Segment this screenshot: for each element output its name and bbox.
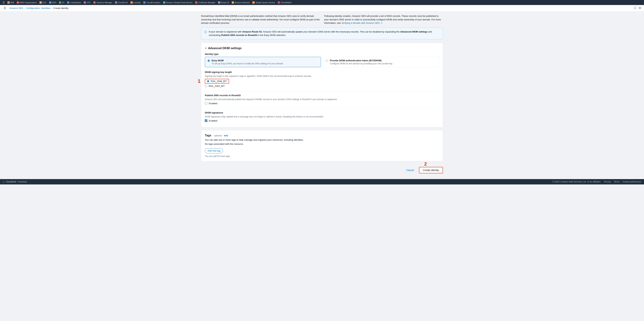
nav-item-route53[interactable]: 53 Route 53 [217, 1, 230, 4]
lambda-icon: λ [130, 1, 133, 4]
dkim-desc-left: DomainKeys Identified Mail (DKIM) is an … [201, 14, 320, 25]
info-icon: ⓘ [204, 30, 207, 34]
nav-item-vpc[interactable]: V VPC [82, 1, 92, 4]
s3-icon: S [59, 1, 61, 4]
tags-description: You can add one or more tags to help man… [205, 138, 439, 141]
dkim-signatures-desc: DKIM signatures help validate that a mes… [205, 115, 439, 118]
cloudfront-icon: C [115, 1, 117, 4]
easy-dkim-content: Easy DKIM To set up Easy DKIM, you have … [212, 59, 284, 65]
dkim-signatures-checkbox[interactable] [205, 119, 207, 122]
route53-icon: 53 [218, 1, 220, 4]
optional-badge: - optional [213, 134, 222, 137]
footer-right: © 2024, Amazon Web Services, Inc. or its… [552, 181, 641, 183]
sqs-icon: S [252, 1, 255, 4]
nav-item-s3[interactable]: S S3 [58, 1, 66, 4]
footer: □ CloudShell Feedback © 2024, Amazon Web… [0, 179, 644, 184]
nav-item-ec2[interactable]: E EC2 [38, 1, 48, 4]
privacy-link[interactable]: Privacy [604, 181, 611, 183]
organizations-icon: O [17, 1, 19, 4]
collapse-arrow-icon[interactable]: ▼ [205, 47, 207, 49]
rsa1024-label: RSA_1024_BIT [208, 85, 225, 87]
hamburger-button[interactable]: ☰ [3, 6, 7, 10]
dkim-signatures-checkbox-row: Enabled [205, 119, 439, 122]
annotation-2: 2 [424, 161, 427, 167]
cert-manager-icon: C [195, 1, 198, 4]
dkim-signatures-label: DKIM signatures [205, 111, 439, 114]
nav-item-certificate-manager[interactable]: C Certificate Manager [194, 1, 216, 4]
easy-dkim-desc: To set up Easy DKIM, you have to modify … [212, 62, 284, 65]
rsa2048-row-wrapper: 1 RSA_2048_BIT [205, 79, 439, 84]
systems-manager-icon: S [93, 1, 96, 4]
info-banner: ⓘ If your domain is registered with Amaz… [201, 28, 443, 39]
no-tags-text: No tags associated with the resource. [205, 143, 439, 145]
cookie-link[interactable]: Cookie preferences [622, 181, 641, 183]
publish-dns-label: Publish DNS records to Route53 [205, 94, 439, 97]
breadcrumb-parent[interactable]: Configuration: Identities [26, 7, 51, 9]
ses-icon: S [163, 1, 166, 4]
identity-type-options: Easy DKIM To set up Easy DKIM, you have … [205, 57, 439, 67]
dkim-description-row: DomainKeys Identified Mail (DKIM) is an … [201, 14, 443, 25]
tags-header: Tags - optional Info [205, 134, 439, 137]
verifying-domain-link[interactable]: Verifying a domain with Amazon SES ↗ [341, 22, 382, 24]
nav-item-cloudwatch[interactable]: C CloudWatch [276, 1, 293, 4]
nav-item-systems-manager[interactable]: S Systems Manager [92, 1, 114, 4]
rsa2048-label: RSA_2048_BIT [211, 80, 227, 83]
tags-info-link[interactable]: Info [224, 134, 228, 137]
cloudwatch-icon: C [278, 1, 280, 4]
top-navigation: ☰ I IAM O AWS Organizations E EC2 R RDS … [0, 0, 644, 5]
footer-feedback[interactable]: Feedback [18, 181, 27, 183]
dkim-desc-right: Following identity creation, Amazon SES … [324, 14, 443, 25]
breadcrumb-separator-1: › [24, 7, 25, 9]
rds-icon: R [49, 1, 52, 4]
nav-item-cloudformation[interactable]: C CloudFormation [142, 1, 161, 4]
rsa2048-radio-row: RSA_2048_BIT [205, 79, 439, 84]
terms-link[interactable]: Terms [614, 181, 620, 183]
nav-item-lambda[interactable]: λ Lambda [129, 1, 142, 4]
info-banner-text: If your domain is registered with Amazon… [209, 30, 440, 37]
nav-item-ses[interactable]: S Amazon Simple Email Service [162, 1, 194, 4]
nav-item-cloudfront[interactable]: C CloudFront [114, 1, 129, 4]
cloudshell-label[interactable]: CloudShell [6, 181, 16, 183]
nav-item-sqs[interactable]: S Simple Queue Service [251, 1, 276, 4]
cancel-button[interactable]: Cancel [403, 167, 417, 173]
publish-dns-checkbox[interactable] [205, 102, 207, 105]
main-content: DomainKeys Identified Mail (DKIM) is an … [197, 11, 447, 179]
nav-item-codedeploy[interactable]: C CodeDeploy [66, 1, 82, 4]
breadcrumb-separator-2: › [52, 7, 52, 9]
add-new-tag-button[interactable]: Add new tag [205, 148, 223, 153]
nav-item-rds[interactable]: R RDS [48, 1, 58, 4]
rsa1024-radio[interactable] [205, 85, 207, 87]
dkim-signatures-section: DKIM signatures DKIM signatures help val… [205, 111, 439, 122]
tags-title: Tags - optional Info [205, 134, 228, 137]
easy-dkim-radio[interactable] [208, 59, 210, 62]
tags-limit-text: You can add 50 more tags. [205, 155, 230, 157]
byodkim-radio[interactable] [326, 59, 328, 62]
nav-item-menu[interactable]: ☰ [2, 1, 6, 4]
nav-item-iam[interactable]: I IAM [6, 1, 15, 4]
publish-dns-section: Publish DNS records to Route53 Amazon SE… [205, 94, 439, 105]
publish-dns-checkbox-row: Enabled [205, 102, 439, 105]
section-title: ▼ Advanced DKIM settings [205, 47, 439, 50]
vpc-icon: V [84, 1, 86, 4]
settings-icon[interactable]: ⚙ [639, 6, 641, 10]
cloudshell-icon: □ [3, 180, 4, 183]
rsa2048-highlight-box: RSA_2048_BIT [205, 79, 229, 84]
breadcrumb-actions: ⓘ ⚙ [634, 6, 641, 10]
byodkim-content: Provide DKIM authentication token (BYODK… [330, 59, 393, 65]
footer-left: □ CloudShell Feedback [3, 180, 27, 183]
ec2-icon: E [39, 1, 42, 4]
nav-item-bedrock[interactable]: B Amazon Bedrock [230, 1, 251, 4]
create-identity-button[interactable]: Create identity [419, 167, 443, 173]
create-button-wrapper: 2 Create identity [419, 167, 443, 173]
easy-dkim-title: Easy DKIM [212, 59, 284, 62]
breadcrumb-current: Create identity [54, 7, 68, 9]
rsa2048-radio[interactable] [207, 80, 209, 82]
breadcrumb-root[interactable]: Amazon SES [9, 7, 23, 9]
cloudformation-icon: C [143, 1, 146, 4]
copyright-text: © 2024, Amazon Web Services, Inc. or its… [552, 181, 601, 183]
byodkim-option[interactable]: Provide DKIM authentication token (BYODK… [323, 57, 439, 67]
nav-item-organizations[interactable]: O AWS Organizations [16, 1, 38, 4]
easy-dkim-option[interactable]: Easy DKIM To set up Easy DKIM, you have … [205, 57, 321, 67]
rsa1024-radio-row: RSA_1024_BIT [205, 85, 439, 87]
info-circle-icon[interactable]: ⓘ [634, 6, 636, 10]
